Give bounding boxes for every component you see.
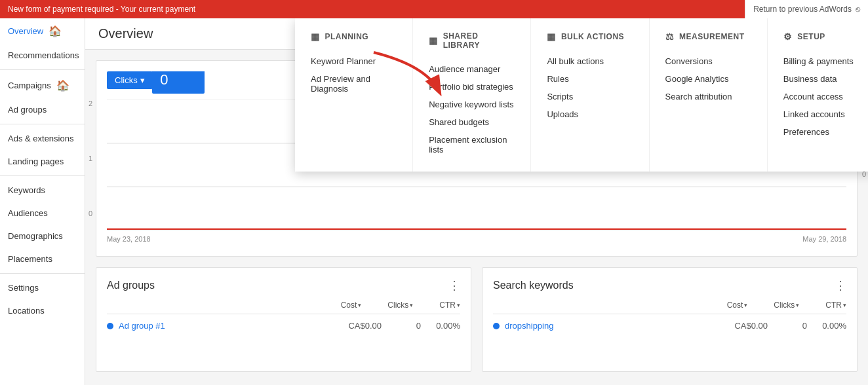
sidebar-item-settings[interactable]: Settings [0,276,85,299]
planning-section: ▦ PLANNING Keyword Planner Ad Preview an… [295,18,413,172]
audience-manager-item[interactable]: Audience manager [429,60,515,78]
sidebar-item-audiences[interactable]: Audiences [0,202,85,225]
sidebar-item-demographics[interactable]: Demographics [0,225,85,248]
ads-label: Ads & extensions [8,134,73,143]
campaigns-label: Campaigns [8,81,51,90]
settings-label: Settings [8,283,39,293]
shared-library-section: ▦ SHARED LIBRARY Audience manager Portfo… [413,18,531,172]
setup-label: SETUP [797,32,825,41]
bulk-actions-header: ▦ BULK ACTIONS [547,31,633,42]
negative-keyword-item[interactable]: Negative keyword lists [429,96,515,113]
sidebar-item-ads[interactable]: Ads & extensions [0,127,85,150]
clicks-dropdown-icon: ▾ [140,75,145,85]
keywords-label: Keywords [8,185,45,195]
adgroups-label: Ad groups [8,105,47,115]
measurement-icon: ⚖ [665,31,675,42]
placement-exclusion-item[interactable]: Placement exclusion lists [429,131,515,158]
audiences-label: Audiences [8,208,48,218]
home-icon: 🏠 [49,25,62,37]
banner-text: New form of payment required - Your curr… [8,5,195,14]
search-attribution-item[interactable]: Search attribution [665,88,751,105]
sidebar-item-landing[interactable]: Landing pages [0,150,85,173]
measurement-section: ⚖ MEASUREMENT Conversions Google Analyti… [650,18,768,172]
bulk-actions-section: ▦ BULK ACTIONS All bulk actions Rules Sc… [531,18,649,172]
clicks-btn-label: Clicks [115,75,138,85]
main-content: Overview Clicks ▾ 0 [85,18,868,385]
dropdown-overlay[interactable]: ▦ PLANNING Keyword Planner Ad Preview an… [170,18,868,385]
sidebar-item-recommendations[interactable]: Recommendations [0,44,85,67]
exit-icon: ⎋ [856,5,860,14]
setup-section: ⚙ SETUP Billing & payments Business data… [768,18,868,172]
sidebar-item-campaigns[interactable]: Campaigns 🏠 [0,73,85,98]
shared-library-header: ▦ SHARED LIBRARY [429,31,515,50]
return-label: Return to previous AdWords [753,5,852,14]
portfolio-bid-item[interactable]: Portfolio bid strategies [429,78,515,96]
locations-label: Locations [8,306,45,316]
sidebar-item-adgroups[interactable]: Ad groups [0,98,85,121]
conversions-item[interactable]: Conversions [665,52,751,70]
overview-label: Overview [8,26,43,36]
rules-item[interactable]: Rules [547,70,633,88]
y-label-2: 2 [89,100,92,107]
sidebar-item-placements[interactable]: Placements [0,248,85,270]
sidebar-item-locations[interactable]: Locations [0,299,85,322]
clicks-value: 0 [160,71,168,88]
linked-accounts-item[interactable]: Linked accounts [783,105,868,123]
bulk-actions-label: BULK ACTIONS [561,32,624,41]
preferences-item[interactable]: Preferences [783,123,868,141]
date-start: May 23, 2018 [107,235,151,243]
keyword-planner-item[interactable]: Keyword Planner [311,52,397,70]
planning-icon: ▦ [311,31,320,42]
page-title: Overview [98,26,153,41]
measurement-label: MEASUREMENT [679,32,745,41]
sidebar: Overview 🏠 Recommendations Campaigns 🏠 A… [0,18,85,385]
ad-groups-title: Ad groups [107,280,155,291]
dropdown-menu: ▦ PLANNING Keyword Planner Ad Preview an… [295,18,868,172]
billing-payments-item[interactable]: Billing & payments [783,52,868,70]
y-label-0: 0 [89,210,92,217]
all-bulk-actions-item[interactable]: All bulk actions [547,52,633,70]
bulk-actions-icon: ▦ [547,31,556,42]
placements-label: Placements [8,254,52,264]
ad-preview-item[interactable]: Ad Preview and Diagnosis [311,70,397,98]
setup-icon: ⚙ [783,31,793,42]
shared-library-icon: ▦ [429,35,438,46]
business-data-item[interactable]: Business data [783,70,868,88]
return-bar[interactable]: Return to previous AdWords ⎋ [745,0,868,18]
google-analytics-item[interactable]: Google Analytics [665,70,751,88]
shared-library-label: SHARED LIBRARY [443,31,515,50]
planning-header: ▦ PLANNING [311,31,397,42]
campaigns-icon: 🏠 [56,79,69,92]
top-banner: New form of payment required - Your curr… [0,0,868,18]
measurement-header: ⚖ MEASUREMENT [665,31,751,42]
recommendations-label: Recommendations [8,50,79,60]
shared-budgets-item[interactable]: Shared budgets [429,113,515,131]
demographics-label: Demographics [8,231,63,241]
sidebar-item-overview[interactable]: Overview 🏠 [0,18,85,44]
setup-header: ⚙ SETUP [783,31,868,42]
y-label-1: 1 [89,155,92,162]
landing-label: Landing pages [8,156,64,166]
sidebar-item-keywords[interactable]: Keywords [0,179,85,202]
planning-label: PLANNING [325,32,369,41]
clicks-button[interactable]: Clicks ▾ [107,71,153,89]
account-access-item[interactable]: Account access [783,88,868,105]
ad-group-dot [107,323,113,329]
uploads-item[interactable]: Uploads [547,105,633,123]
scripts-item[interactable]: Scripts [547,88,633,105]
